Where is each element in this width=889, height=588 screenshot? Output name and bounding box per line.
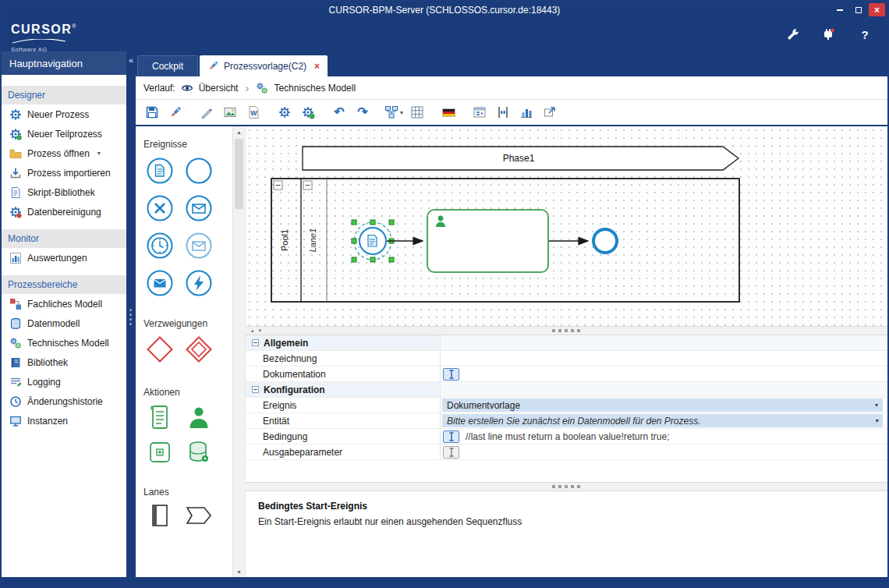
resize-handle[interactable] <box>352 257 356 262</box>
properties-info-splitter[interactable] <box>245 482 887 491</box>
maximize-button[interactable] <box>850 3 866 16</box>
palette-message-event[interactable] <box>184 193 214 223</box>
auto-layout-button[interactable]: ▾ <box>384 102 404 122</box>
palette-document-start-event[interactable] <box>145 156 175 186</box>
sidebar-item-datenmodell[interactable]: Datenmodell <box>2 313 126 333</box>
settings-button[interactable] <box>274 102 295 122</box>
sidebar-item-datenbereinigung[interactable]: Datenbereinigung <box>2 202 126 221</box>
word-export-button[interactable]: W <box>243 102 264 122</box>
section-header-monitor: Monitor <box>2 229 126 248</box>
palette-message-catch-event[interactable] <box>184 231 214 260</box>
resize-handle[interactable] <box>352 220 356 225</box>
image-export-button[interactable] <box>220 102 240 122</box>
breadcrumb-item-uebersicht[interactable]: Übersicht <box>199 83 239 94</box>
scrollbar-thumb[interactable] <box>235 139 243 209</box>
resize-handle[interactable] <box>352 239 356 243</box>
bedingung-editor-button[interactable] <box>443 430 459 443</box>
palette-cancel-event[interactable] <box>145 193 175 223</box>
service-settings-button[interactable] <box>298 102 318 122</box>
scroll-down-icon[interactable]: ▼ <box>233 566 245 577</box>
sidebar-splitter[interactable]: « <box>126 51 136 577</box>
palette-phase[interactable] <box>186 505 212 526</box>
sidebar-item-aenderungshistorie[interactable]: Änderungshistorie <box>2 391 126 411</box>
sidebar-item-bibliothek[interactable]: Bibliothek <box>2 352 126 372</box>
plugin-button[interactable] <box>820 26 838 43</box>
palette-user-task[interactable] <box>187 405 211 430</box>
matrix-view-button[interactable] <box>469 102 490 122</box>
close-button[interactable]: × <box>869 3 885 16</box>
sidebar-item-prozess-oeffnen[interactable]: Prozess öffnen ▾ <box>2 143 126 163</box>
splitter-handle[interactable] <box>552 485 580 488</box>
sidebar-item-technisches-modell[interactable]: Technisches Modell <box>2 333 126 352</box>
close-tab-icon[interactable]: × <box>314 61 320 72</box>
entitaet-select[interactable]: Bitte erstellen Sie zunächst ein Datenmo… <box>442 414 883 427</box>
tab-cockpit[interactable]: Cockpit <box>137 55 198 76</box>
phase-banner[interactable]: Phase1 <box>303 147 738 170</box>
document-start-event-shape[interactable] <box>359 228 386 254</box>
canvas-properties-splitter[interactable]: ▴▾ <box>245 326 887 335</box>
sidebar-item-neuer-prozess[interactable]: Neuer Prozess <box>2 104 126 124</box>
undo-button[interactable]: ↶ <box>329 102 349 122</box>
sidebar-item-fachliches-modell[interactable]: Fachliches Modell <box>2 294 126 313</box>
tab-prozessvorlage[interactable]: Prozessvorlage(C2) × <box>200 55 328 76</box>
sidebar-item-neuer-teilprozess[interactable]: Neuer Teilprozess <box>2 124 126 143</box>
collapse-sidebar-icon[interactable]: « <box>126 56 136 65</box>
new-process-button[interactable] <box>165 102 186 122</box>
resize-handle[interactable] <box>389 220 394 225</box>
splitter-handle[interactable] <box>552 329 580 332</box>
redo-button[interactable]: ↷ <box>352 102 373 122</box>
palette-message-throw-event[interactable] <box>145 268 175 298</box>
bezeichnung-input[interactable] <box>441 351 887 367</box>
splitter-grip[interactable] <box>129 309 132 325</box>
collapse-down-icon[interactable]: ▾ <box>259 328 262 334</box>
palette-group-lanes: Lanes <box>143 487 232 498</box>
sidebar-item-instanzen[interactable]: Instanzen <box>2 411 126 430</box>
statistics-button[interactable] <box>516 102 537 122</box>
splitter-collapse-controls[interactable]: ▴▾ <box>251 327 261 335</box>
dokumentation-editor-button[interactable] <box>443 368 459 381</box>
palette-signal-event[interactable] <box>184 268 214 298</box>
help-button[interactable]: ? <box>856 26 873 43</box>
palette-subprocess[interactable] <box>148 441 172 464</box>
resize-handle[interactable] <box>389 257 394 262</box>
lane-collapse-toggle[interactable] <box>303 181 312 190</box>
minimize-icon <box>837 9 843 11</box>
palette-lane[interactable] <box>150 504 170 527</box>
sidebar-item-auswertungen[interactable]: Auswertungen <box>2 248 126 267</box>
brand-name: CURSOR <box>11 23 72 36</box>
process-canvas[interactable]: Phase1 Pool1 Lane1 <box>245 126 887 326</box>
palette-scrollbar[interactable]: ▲ ▼ <box>232 126 245 577</box>
sidebar-item-prozess-importieren[interactable]: Prozess importieren <box>2 163 126 182</box>
wrench-button[interactable] <box>785 26 802 43</box>
resize-handle[interactable] <box>370 257 375 262</box>
property-label: Ereignis <box>246 398 441 413</box>
language-button[interactable] <box>438 102 459 122</box>
collapse-up-icon[interactable]: ▴ <box>251 328 254 334</box>
save-button[interactable] <box>142 102 162 122</box>
palette-script-task[interactable] <box>148 404 172 430</box>
detach-view-button[interactable] <box>540 102 560 122</box>
collapse-section-icon[interactable] <box>252 339 259 346</box>
minimize-button[interactable] <box>831 3 848 16</box>
palette-complex-gateway[interactable] <box>185 335 213 363</box>
palette-start-event[interactable] <box>184 156 214 186</box>
alignment-button[interactable] <box>493 102 513 122</box>
scroll-up-icon[interactable]: ▲ <box>233 126 245 137</box>
grid-toggle-button[interactable] <box>407 102 427 122</box>
document-start-event-icon <box>145 156 175 186</box>
collapse-section-icon[interactable] <box>252 386 259 393</box>
ausgabeparameter-editor-button[interactable] <box>443 446 459 459</box>
palette-exclusive-gateway[interactable] <box>146 335 174 363</box>
sidebar-item-logging[interactable]: Logging <box>2 372 126 391</box>
ereignis-select[interactable]: Dokumentvorlage ▾ <box>442 398 883 412</box>
end-event-shape[interactable] <box>593 229 617 253</box>
sidebar-item-skript-bibliothek[interactable]: Skript-Bibliothek <box>2 182 126 202</box>
pool-collapse-toggle[interactable] <box>274 181 282 190</box>
pen-tool-button[interactable] <box>197 102 217 122</box>
palette-timer-event[interactable] <box>145 231 175 260</box>
canvas-svg: Phase1 Pool1 Lane1 <box>246 126 887 326</box>
pool-label: Pool1 <box>280 229 289 251</box>
user-task-shape[interactable] <box>427 210 548 272</box>
palette-data-task[interactable] <box>187 440 211 465</box>
resize-handle[interactable] <box>370 220 375 225</box>
